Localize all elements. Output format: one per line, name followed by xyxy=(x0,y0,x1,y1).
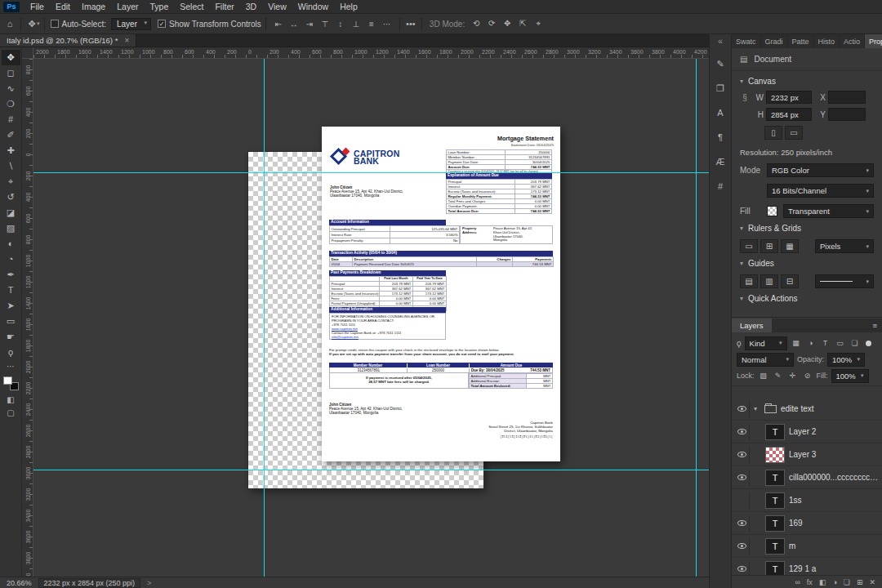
filter-shape-layers-icon[interactable]: ▭ xyxy=(835,339,846,347)
layer-row[interactable]: T129 1 a xyxy=(732,558,882,575)
shape-tool[interactable]: ▭ xyxy=(2,314,20,329)
glyphs-panel-icon[interactable]: Æ xyxy=(712,155,729,169)
rulers-grids-section-header[interactable]: ▾ Rulers & Grids xyxy=(740,218,874,238)
quick-selection-tool[interactable]: ❍ xyxy=(2,96,20,112)
tab-layers[interactable]: Layers xyxy=(732,318,772,332)
panel-tab-actio[interactable]: Actio xyxy=(840,34,865,48)
group-chevron-icon[interactable]: ▾ xyxy=(754,405,760,412)
new-guide-button[interactable]: ▤ xyxy=(740,274,758,288)
pen-tool[interactable]: ✒ xyxy=(2,267,20,283)
3d-drag-icon[interactable]: ✥ xyxy=(501,19,514,29)
move-tool[interactable]: ✥ xyxy=(2,50,20,65)
vertical-guide[interactable] xyxy=(696,59,697,577)
healing-brush-tool[interactable]: ✚ xyxy=(2,143,20,158)
3d-scale-icon[interactable]: ⌖ xyxy=(532,19,545,29)
menu-item-window[interactable]: Window xyxy=(292,2,334,11)
distribute-vertical-icon[interactable]: ≡ xyxy=(365,20,378,29)
align-right-icon[interactable]: ⇥ xyxy=(303,20,316,29)
home-icon[interactable]: ⌂ xyxy=(3,19,16,29)
auto-select-target-dropdown[interactable]: Layer xyxy=(111,18,151,30)
filter-smart-objects-icon[interactable]: ❏ xyxy=(849,339,861,347)
y-field[interactable] xyxy=(828,108,866,121)
menu-item-edit[interactable]: Edit xyxy=(50,2,76,11)
mortgage-statement-document[interactable]: CAPITRON BANK Mortgage Statement Stateme… xyxy=(322,127,560,461)
tool-preset-caret-icon[interactable]: ▾ xyxy=(37,20,40,27)
vertical-guide[interactable] xyxy=(264,59,265,577)
opacity-dropdown[interactable]: 100% xyxy=(827,353,865,367)
horizontal-guide[interactable] xyxy=(33,470,709,470)
units-dropdown[interactable]: Pixels xyxy=(815,239,874,253)
layer-row[interactable]: Layer 3 xyxy=(732,443,882,466)
collapse-panels-icon[interactable]: « xyxy=(718,37,723,47)
screen-mode-icon[interactable]: ▢ xyxy=(2,407,20,420)
zoom-tool[interactable]: ϙ xyxy=(2,345,20,360)
align-center-horizontal-icon[interactable]: ↔ xyxy=(287,20,301,29)
lock-all-icon[interactable]: ⊘ xyxy=(802,372,813,380)
filter-type-layers-icon[interactable]: T xyxy=(820,339,831,347)
foreground-color-swatch[interactable] xyxy=(3,376,12,385)
fill-dropdown[interactable]: Transparent xyxy=(783,204,874,218)
type-tool[interactable]: T xyxy=(2,283,20,298)
menu-item-type[interactable]: Type xyxy=(144,2,174,11)
layer-visibility-toggle[interactable] xyxy=(735,470,750,486)
align-left-icon[interactable]: ⇤ xyxy=(272,20,285,29)
auto-select-checkbox[interactable] xyxy=(51,20,59,28)
delete-layer-icon[interactable]: ✕ xyxy=(869,578,875,586)
character-panel-icon[interactable]: A xyxy=(712,106,729,120)
layer-group-icon[interactable]: ❏ xyxy=(844,578,850,586)
paragraph-panel-icon[interactable]: ¶ xyxy=(712,131,729,145)
path-selection-tool[interactable]: ➤ xyxy=(2,298,20,314)
status-menu-caret[interactable]: > xyxy=(147,579,151,587)
lock-transparency-icon[interactable]: ▨ xyxy=(758,372,769,380)
blur-tool[interactable]: ◐ xyxy=(2,236,20,252)
clone-stamp-tool[interactable]: ⌖ xyxy=(2,174,20,189)
eraser-tool[interactable]: ◪ xyxy=(2,205,20,220)
eyedropper-tool[interactable]: ✐ xyxy=(2,127,20,143)
menu-item-file[interactable]: File xyxy=(24,2,50,11)
layer-visibility-toggle[interactable] xyxy=(735,447,750,463)
panel-tab-properties[interactable]: Properties xyxy=(865,34,882,48)
new-layer-icon[interactable]: ⊞ xyxy=(857,578,863,586)
horizontal-guide[interactable] xyxy=(33,172,709,173)
layer-mask-icon[interactable]: ◧ xyxy=(819,578,826,586)
layer-row[interactable]: ▾edite text xyxy=(732,398,882,421)
layer-row[interactable]: Tm xyxy=(732,535,882,558)
document-tab[interactable]: Italy id.psd @ 20.7% (RGB/16) * × xyxy=(0,34,136,47)
guide-style-dropdown[interactable] xyxy=(815,274,874,288)
ruler-origin-corner[interactable] xyxy=(22,47,33,59)
menu-item-select[interactable]: Select xyxy=(174,2,209,11)
panel-tab-histo[interactable]: Histo xyxy=(814,34,840,48)
ruler-left[interactable]: 8006004002000200400600800100012001400160… xyxy=(22,59,33,577)
canvas-viewport[interactable]: CAPITRON BANK Mortgage Statement Stateme… xyxy=(33,59,709,577)
brush-settings-panel-icon[interactable]: ✎ xyxy=(712,57,729,71)
lock-position-icon[interactable]: ✛ xyxy=(787,372,799,380)
layer-visibility-toggle[interactable] xyxy=(735,492,750,509)
menu-item-3d[interactable]: 3D xyxy=(240,2,262,11)
close-tab-icon[interactable]: × xyxy=(124,36,129,45)
layer-row[interactable]: Tcilla000000...ccccccccc0 d xyxy=(732,466,882,489)
width-field[interactable]: 2232 px xyxy=(766,91,812,104)
guide-layout-button[interactable]: ▥ xyxy=(760,274,778,288)
hand-tool[interactable]: ☛ xyxy=(2,329,20,345)
toggle-grid-button[interactable]: ⊞ xyxy=(760,239,778,253)
show-transform-checkbox[interactable] xyxy=(158,20,166,28)
panel-tab-swatc[interactable]: Swatc xyxy=(732,34,761,48)
zoom-level[interactable]: 20.66% xyxy=(7,579,32,587)
more-options-icon[interactable]: ••• xyxy=(404,19,417,29)
layer-row[interactable]: T1ss xyxy=(732,489,882,512)
portrait-orientation-button[interactable]: ▯ xyxy=(764,126,782,140)
guides-section-header[interactable]: ▾ Guides xyxy=(740,253,874,273)
layer-visibility-toggle[interactable] xyxy=(735,515,750,532)
crop-tool[interactable]: # xyxy=(2,112,20,127)
fill-swatch[interactable] xyxy=(767,206,777,216)
ruler-top[interactable]: 2000180016001400120010008006004002000200… xyxy=(33,47,709,59)
adjustment-layer-icon[interactable]: ◑ xyxy=(832,578,836,586)
align-top-icon[interactable]: ⊤ xyxy=(318,20,332,29)
3d-slide-icon[interactable]: ⇱ xyxy=(516,19,529,29)
brush-tool[interactable]: ∖ xyxy=(2,158,20,174)
layer-visibility-toggle[interactable] xyxy=(735,424,750,440)
panel-tab-gradi[interactable]: Gradi xyxy=(761,34,788,48)
dodge-tool[interactable]: ◔ xyxy=(2,252,20,267)
blend-mode-dropdown[interactable]: Normal xyxy=(737,353,794,367)
quick-actions-section-header[interactable]: ▾ Quick Actions xyxy=(740,288,874,308)
